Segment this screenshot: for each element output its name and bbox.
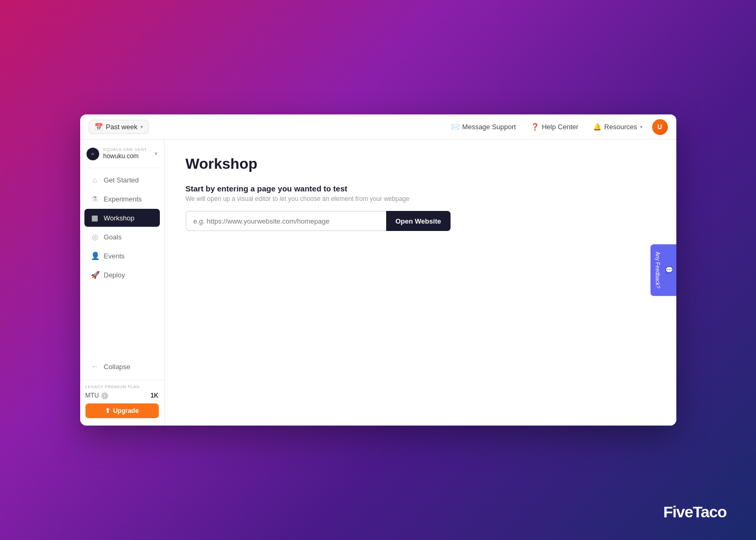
feedback-tab-wrapper[interactable]: 💬 Any Feedback? — [650, 244, 676, 296]
section-description: We will open up a visual editor to let y… — [186, 195, 655, 202]
deploy-icon: 🚀 — [91, 271, 99, 279]
sidebar-item-workshop[interactable]: ▦ Workshop — [84, 209, 160, 227]
sidebar-expand-icon: ▾ — [155, 150, 158, 157]
sidebar-logo-area: ○ EQUALS ONE VENT... howuku.com — [87, 147, 151, 160]
resources-button[interactable]: 🔔 Resources ▾ — [588, 120, 647, 134]
upgrade-button[interactable]: ⬆ Upgrade — [85, 403, 159, 418]
sidebar-logo-icon: ○ — [87, 148, 99, 160]
mtu-label-area: MTU i — [85, 392, 108, 399]
sidebar-deploy-label: Deploy — [104, 271, 125, 279]
sidebar-experiments-label: Experiments — [104, 195, 142, 203]
mtu-row: MTU i 1K — [85, 392, 159, 399]
url-input[interactable] — [186, 211, 386, 231]
help-icon: ❓ — [531, 123, 539, 131]
collapse-icon: ← — [91, 362, 99, 371]
open-website-button[interactable]: Open Website — [386, 211, 451, 231]
url-input-row: Open Website — [186, 211, 655, 231]
sidebar-item-experiments[interactable]: ⚗ Experiments — [84, 190, 160, 208]
sidebar-events-label: Events — [104, 252, 125, 260]
sidebar-company-url: howuku.com — [103, 152, 151, 161]
sidebar-workshop-label: Workshop — [104, 214, 135, 222]
upgrade-arrow-icon: ⬆ — [105, 407, 110, 414]
sidebar-bottom: LEGACY PREMIUM PLAN MTU i 1K ⬆ Upgrade — [80, 380, 164, 422]
home-icon: ⌂ — [91, 176, 99, 184]
sidebar-goals-label: Goals — [104, 233, 122, 241]
sidebar-company-info: EQUALS ONE VENT... howuku.com — [103, 147, 151, 160]
sidebar-item-events[interactable]: 👤 Events — [84, 247, 160, 265]
sidebar-divider — [84, 168, 160, 168]
upgrade-label: Upgrade — [113, 407, 139, 414]
content-area: Workshop Start by entering a page you wa… — [165, 140, 676, 426]
page-title: Workshop — [186, 156, 655, 172]
events-icon: 👤 — [91, 252, 99, 260]
top-bar-right: ✉️ Message Support ❓ Help Center 🔔 Resou… — [446, 119, 667, 135]
workshop-icon: ▦ — [91, 214, 99, 222]
feedback-chat-icon: 💬 — [664, 266, 673, 274]
avatar[interactable]: U — [652, 119, 668, 135]
feedback-tab[interactable]: 💬 Any Feedback? — [650, 244, 676, 296]
open-website-label: Open Website — [396, 217, 441, 225]
sidebar-header[interactable]: ○ EQUALS ONE VENT... howuku.com ▾ — [80, 143, 164, 165]
mtu-value: 1K — [150, 392, 158, 399]
sidebar-item-goals[interactable]: ◎ Goals — [84, 228, 160, 246]
message-icon: ✉️ — [451, 123, 460, 131]
date-filter-label: Past week — [106, 123, 138, 131]
sidebar-collapse-label: Collapse — [104, 363, 131, 371]
sidebar-item-deploy[interactable]: 🚀 Deploy — [84, 266, 160, 284]
sidebar-get-started-label: Get Started — [104, 176, 139, 184]
fivetaco-logo: FiveTaco — [663, 503, 726, 521]
sidebar: ○ EQUALS ONE VENT... howuku.com ▾ ⌂ Get … — [80, 140, 165, 426]
mtu-info-icon[interactable]: i — [101, 392, 108, 399]
main-layout: ○ EQUALS ONE VENT... howuku.com ▾ ⌂ Get … — [80, 140, 676, 426]
help-center-button[interactable]: ❓ Help Center — [525, 120, 583, 134]
top-bar: 📅 Past week ▾ ✉️ Message Support ❓ Help … — [80, 114, 676, 140]
mtu-label: MTU — [85, 392, 99, 399]
goals-icon: ◎ — [91, 233, 99, 241]
plan-label: LEGACY PREMIUM PLAN — [85, 384, 159, 389]
sidebar-spacer — [80, 284, 164, 357]
chevron-down-icon: ▾ — [140, 124, 143, 130]
sidebar-item-collapse[interactable]: ← Collapse — [84, 358, 160, 375]
resources-icon: 🔔 — [593, 123, 601, 131]
calendar-icon: 📅 — [94, 123, 103, 131]
sidebar-item-get-started[interactable]: ⌂ Get Started — [84, 171, 160, 189]
feedback-label: Any Feedback? — [654, 252, 661, 288]
section-subtitle: Start by entering a page you wanted to t… — [186, 184, 655, 193]
experiments-icon: ⚗ — [91, 195, 99, 203]
sidebar-company-small: EQUALS ONE VENT... — [103, 147, 151, 152]
avatar-initials: U — [657, 123, 662, 131]
top-bar-left: 📅 Past week ▾ — [89, 120, 149, 134]
message-support-button[interactable]: ✉️ Message Support — [446, 120, 521, 134]
date-filter-button[interactable]: 📅 Past week ▾ — [89, 120, 149, 134]
app-container: 📅 Past week ▾ ✉️ Message Support ❓ Help … — [80, 114, 676, 426]
resources-chevron-icon: ▾ — [640, 124, 643, 130]
